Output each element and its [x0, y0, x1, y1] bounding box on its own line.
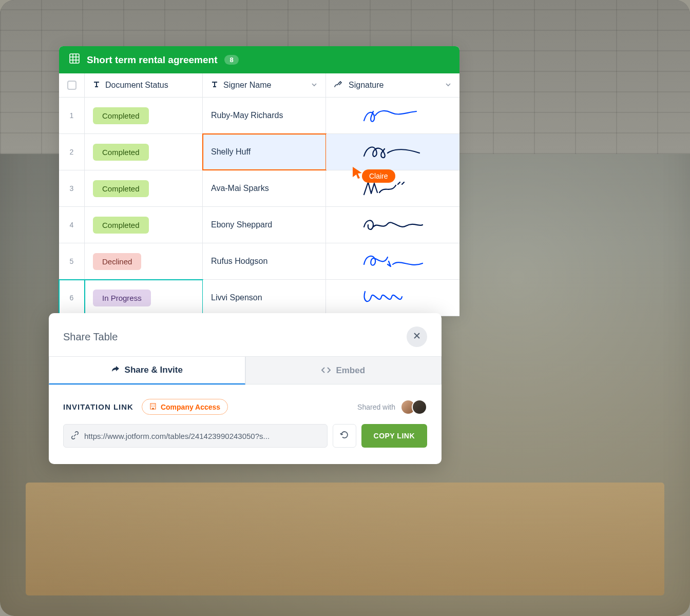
status-badge: Completed	[93, 217, 149, 234]
cell-signature[interactable]	[326, 134, 459, 170]
cell-signer-name[interactable]: Ebony Sheppard	[203, 207, 326, 243]
close-icon	[413, 332, 420, 341]
building-icon	[149, 402, 157, 411]
signature-glyph	[359, 142, 426, 162]
table-row[interactable]: 6 In Progress Livvi Spenson	[59, 280, 459, 316]
chevron-down-icon	[311, 81, 317, 90]
column-header-signature[interactable]: Signature	[326, 73, 459, 97]
grid-icon	[69, 53, 80, 66]
column-header-signer[interactable]: Signer Name	[203, 73, 326, 97]
close-button[interactable]	[407, 326, 427, 347]
access-chip[interactable]: Company Access	[142, 399, 228, 415]
share-table-modal: Share Table Share & Invite Embed INVITAT…	[49, 313, 442, 464]
copy-link-button[interactable]: COPY LINK	[361, 424, 427, 448]
cell-signer-name[interactable]: Ava-Mai Sparks	[203, 170, 326, 206]
invitation-url-text: https://www.jotform.com/tables/241423990…	[84, 432, 270, 440]
signature-glyph	[359, 215, 426, 235]
modal-title: Share Table	[63, 331, 118, 343]
status-badge: In Progress	[93, 290, 151, 306]
row-number: 1	[59, 98, 85, 133]
signature-icon	[334, 81, 343, 90]
table-row[interactable]: 1 Completed Ruby-May Richards	[59, 98, 459, 134]
table-row[interactable]: 3 Completed Ava-Mai Sparks	[59, 170, 459, 207]
table-window: Short term rental agreement 8 Document S…	[59, 46, 459, 316]
signature-glyph	[359, 251, 426, 272]
row-number: 5	[59, 243, 85, 279]
signature-glyph	[359, 105, 426, 126]
cell-status[interactable]: Completed	[85, 134, 203, 170]
signature-glyph	[359, 287, 426, 308]
column-header-status[interactable]: Document Status	[85, 73, 203, 97]
cell-signer-name[interactable]: Shelly Huff	[203, 134, 326, 170]
column-header-row: Document Status Signer Name Signature	[59, 73, 459, 98]
tab-share-invite[interactable]: Share & Invite	[49, 356, 245, 384]
invitation-link-label: INVITATION LINK	[63, 402, 133, 411]
svg-rect-0	[70, 54, 79, 63]
record-count-badge: 8	[224, 55, 238, 65]
invitation-url-input[interactable]: https://www.jotform.com/tables/241423990…	[63, 424, 328, 448]
text-type-icon	[93, 81, 100, 90]
avatar	[412, 399, 427, 415]
cell-signature[interactable]	[326, 280, 459, 316]
tab-embed[interactable]: Embed	[245, 356, 442, 384]
modal-tabs: Share & Invite Embed	[49, 356, 442, 384]
cell-status[interactable]: Completed	[85, 98, 203, 133]
cell-signature[interactable]	[326, 170, 459, 206]
table-row[interactable]: 2 Completed Shelly Huff	[59, 134, 459, 170]
shared-with: Shared with	[357, 399, 427, 415]
link-icon	[71, 431, 79, 441]
cell-signer-name[interactable]: Rufus Hodgson	[203, 243, 326, 279]
table-title: Short term rental agreement	[87, 54, 217, 66]
chevron-down-icon	[445, 81, 451, 90]
cell-signature[interactable]	[326, 243, 459, 279]
cell-signer-name[interactable]: Livvi Spenson	[203, 280, 326, 316]
refresh-link-button[interactable]	[333, 424, 356, 448]
cell-signer-name[interactable]: Ruby-May Richards	[203, 98, 326, 133]
row-number: 3	[59, 170, 85, 206]
table-header: Short term rental agreement 8	[59, 46, 459, 73]
row-number: 6	[59, 280, 85, 316]
code-icon	[321, 365, 331, 376]
cell-status[interactable]: Completed	[85, 170, 203, 206]
status-badge: Completed	[93, 144, 149, 161]
status-badge: Completed	[93, 107, 149, 124]
table-row[interactable]: 5 Declined Rufus Hodgson	[59, 243, 459, 280]
refresh-icon	[340, 430, 349, 441]
cell-signature[interactable]	[326, 207, 459, 243]
table-row[interactable]: 4 Completed Ebony Sheppard	[59, 207, 459, 243]
row-number: 4	[59, 207, 85, 243]
cell-status[interactable]: Completed	[85, 207, 203, 243]
row-number: 2	[59, 134, 85, 170]
cell-signature[interactable]	[326, 98, 459, 133]
cell-status[interactable]: Declined	[85, 243, 203, 279]
share-arrow-icon	[111, 365, 120, 375]
status-badge: Completed	[93, 180, 149, 197]
select-all-checkbox[interactable]	[59, 73, 85, 97]
status-badge: Declined	[93, 253, 141, 270]
cell-status[interactable]: In Progress	[85, 280, 203, 316]
signature-glyph	[359, 178, 426, 199]
text-type-icon	[211, 81, 218, 90]
